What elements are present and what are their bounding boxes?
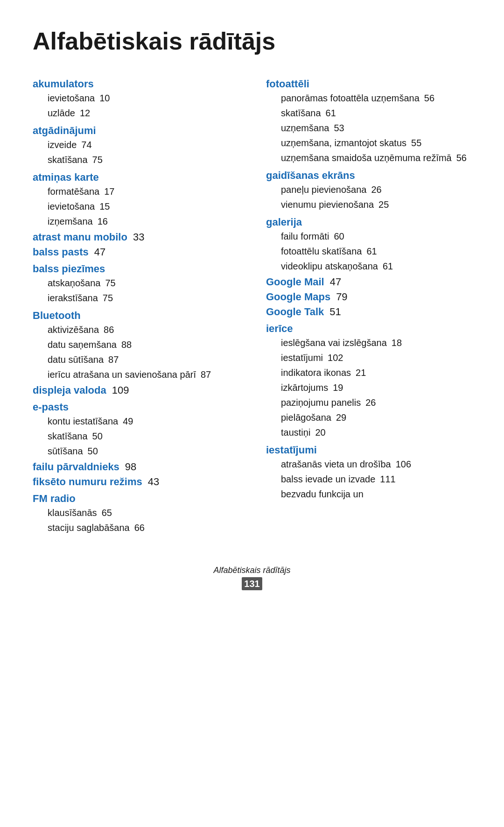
sub-item: atskaņošana75 [33, 276, 238, 290]
entry-heading: akumulators [33, 78, 238, 90]
entry-heading-number: 98 [125, 461, 136, 473]
sub-item: atrašanās vieta un drošība106 [266, 457, 471, 471]
index-entry: atgādinājumiizveide74skatīšana75 [33, 125, 238, 167]
entry-heading-text: atrast manu mobilo [33, 231, 127, 243]
sub-item: datu sūtīšana87 [33, 353, 238, 367]
index-entry: displeja valoda109 [33, 384, 238, 396]
page-number: 131 [242, 577, 262, 590]
entry-heading-text: displeja valoda [33, 384, 106, 396]
entry-heading: gaidīšanas ekrāns [266, 170, 471, 182]
right-column: fotoattēlipanorāmas fotoattēla uzņemšana… [266, 73, 471, 537]
entry-heading: galerija [266, 216, 471, 228]
entry-heading: Bluetooth [33, 310, 238, 322]
index-entry: gaidīšanas ekrānspaneļu pievienošana26vi… [266, 170, 471, 212]
entry-heading: ierīce [266, 323, 471, 335]
sub-item: uzņemšana53 [266, 121, 471, 135]
sub-item: uzņemšana smaidoša uzņēmuma režīmā56 [266, 151, 471, 165]
entry-heading-number: 79 [336, 291, 347, 303]
entry-heading-number: 47 [94, 246, 105, 258]
sub-item: ierakstīšana75 [33, 291, 238, 305]
sub-item: uzlāde12 [33, 106, 238, 120]
entry-heading: iestatījumi [266, 444, 471, 456]
sub-item: bezvadu funkcija un [266, 487, 471, 501]
index-entry: failu pārvaldnieks98 [33, 461, 238, 473]
sub-item: paziņojumu panelis26 [266, 396, 471, 410]
sub-item: pielāgošana29 [266, 410, 471, 424]
sub-item: ievietošana15 [33, 199, 238, 213]
sub-item: klausīšanās65 [33, 506, 238, 520]
entry-heading-number: 43 [148, 476, 159, 488]
sub-item: failu formāti60 [266, 229, 471, 243]
sub-item: ievietošana10 [33, 91, 238, 105]
entry-heading-text: fiksēto numuru režims [33, 476, 142, 488]
left-column: akumulatorsievietošana10uzlāde12atgādinā… [33, 73, 238, 537]
sub-item: skatīšana75 [33, 153, 238, 167]
index-entry: galerijafailu formāti60fotoattēlu skatīš… [266, 216, 471, 273]
sub-item: datu saņemšana88 [33, 338, 238, 352]
entry-heading: fiksēto numuru režims43 [33, 476, 238, 488]
sub-item: izveide74 [33, 138, 238, 152]
index-entry: Google Mail47 [266, 276, 471, 288]
index-entry: Google Maps79 [266, 291, 471, 303]
sub-item: skatīšana50 [33, 429, 238, 443]
index-entry: Bluetoothaktivizēšana86datu saņemšana88d… [33, 310, 238, 382]
index-entry: e-pastskontu iestatīšana49skatīšana50sūt… [33, 401, 238, 458]
entry-heading: fotoattēli [266, 78, 471, 90]
entry-heading: atgādinājumi [33, 125, 238, 137]
index-entry: atrast manu mobilo33 [33, 231, 238, 243]
index-entry: akumulatorsievietošana10uzlāde12 [33, 78, 238, 120]
entry-heading-number: 33 [133, 231, 144, 243]
sub-item: ierīcu atrašana un savienošana pārī87 [33, 368, 238, 382]
entry-heading: FM radio [33, 493, 238, 505]
sub-item: taustiņi20 [266, 425, 471, 439]
footer: Alfabētiskais rādītājs 131 [33, 565, 471, 590]
sub-item: izņemšana16 [33, 214, 238, 228]
entry-heading: Google Talk51 [266, 306, 471, 318]
sub-item: sūtīšana50 [33, 444, 238, 458]
index-entry: FM radioklausīšanās65staciju saglabāšana… [33, 493, 238, 535]
sub-item: fotoattēlu skatīšana61 [266, 244, 471, 258]
sub-item: skatīšana61 [266, 106, 471, 120]
entry-heading-text: balss pasts [33, 246, 89, 258]
entry-heading: failu pārvaldnieks98 [33, 461, 238, 473]
sub-item: paneļu pievienošana26 [266, 183, 471, 197]
index-entry: fiksēto numuru režims43 [33, 476, 238, 488]
index-entry: atmiņas karteformatēšana17ievietošana15i… [33, 171, 238, 228]
entry-heading-number: 51 [329, 306, 341, 318]
sub-item: ieslēgšana vai izslēgšana18 [266, 336, 471, 350]
entry-heading: Google Mail47 [266, 276, 471, 288]
page-title: Alfabētiskais rādītājs [33, 28, 471, 55]
entry-heading: e-pasts [33, 401, 238, 413]
index-entry: balss pasts47 [33, 246, 238, 258]
entry-heading-text: Google Mail [266, 276, 324, 288]
index-entry: ierīceieslēgšana vai izslēgšana18iestatī… [266, 323, 471, 439]
sub-item: balss ievade un izvade111 [266, 472, 471, 486]
entry-heading: Google Maps79 [266, 291, 471, 303]
sub-item: indikatora ikonas21 [266, 366, 471, 380]
sub-item: staciju saglabāšana66 [33, 521, 238, 535]
entry-heading-text: Google Talk [266, 306, 324, 318]
sub-item: panorāmas fotoattēla uzņemšana56 [266, 91, 471, 105]
entry-heading-number: 109 [112, 384, 129, 396]
entry-heading: displeja valoda109 [33, 384, 238, 396]
index-entry: balss piezīmesatskaņošana75ierakstīšana7… [33, 263, 238, 305]
index-entry: fotoattēlipanorāmas fotoattēla uzņemšana… [266, 78, 471, 165]
entry-heading-number: 47 [330, 276, 341, 288]
index-columns: akumulatorsievietošana10uzlāde12atgādinā… [33, 73, 471, 537]
entry-heading-text: failu pārvaldnieks [33, 461, 119, 473]
index-entry: Google Talk51 [266, 306, 471, 318]
sub-item: aktivizēšana86 [33, 323, 238, 337]
sub-item: izkārtojums19 [266, 381, 471, 395]
sub-item: uzņemšana, izmantojot skatus55 [266, 136, 471, 150]
sub-item: videoklipu atskaņošana61 [266, 259, 471, 273]
index-entry: iestatījumiatrašanās vieta un drošība106… [266, 444, 471, 501]
entry-heading: atmiņas karte [33, 171, 238, 184]
sub-item: kontu iestatīšana49 [33, 414, 238, 428]
entry-heading: balss pasts47 [33, 246, 238, 258]
entry-heading-text: Google Maps [266, 291, 330, 303]
sub-item: vienumu pievienošana25 [266, 198, 471, 212]
entry-heading: atrast manu mobilo33 [33, 231, 238, 243]
sub-item: formatēšana17 [33, 184, 238, 198]
footer-label: Alfabētiskais rādītājs [213, 565, 290, 575]
entry-heading: balss piezīmes [33, 263, 238, 275]
